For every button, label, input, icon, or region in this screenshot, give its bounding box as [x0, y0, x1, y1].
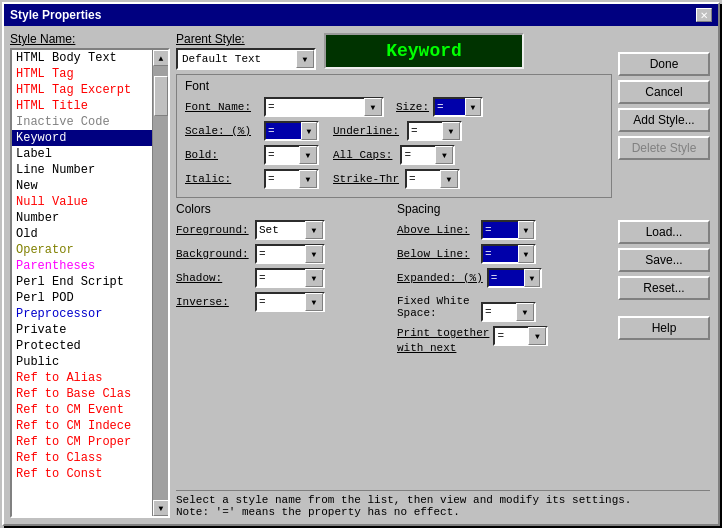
- done-button[interactable]: Done: [618, 52, 710, 76]
- style-list-item[interactable]: Private: [12, 322, 152, 338]
- close-button[interactable]: ✕: [696, 8, 712, 22]
- style-list-item[interactable]: Number: [12, 210, 152, 226]
- help-button[interactable]: Help: [618, 316, 710, 340]
- bold-arrow[interactable]: ▼: [299, 146, 317, 164]
- parent-style-arrow[interactable]: ▼: [296, 50, 314, 68]
- above-line-dropdown[interactable]: = ▼: [481, 220, 536, 240]
- shadow-dropdown[interactable]: = ▼: [255, 268, 325, 288]
- above-line-label: Above Line:: [397, 224, 477, 236]
- bold-dropdown[interactable]: = ▼: [264, 145, 319, 165]
- print-together-label: Print togetherwith next: [397, 326, 489, 357]
- colors-section: Colors Foreground: Set ▼ Background: =: [176, 202, 391, 484]
- style-list-item[interactable]: HTML Body Text: [12, 50, 152, 66]
- shadow-value: =: [257, 272, 305, 284]
- style-list-item[interactable]: Ref to Base Clas: [12, 386, 152, 402]
- strikethrough-arrow[interactable]: ▼: [440, 170, 458, 188]
- shadow-row: Shadow: = ▼: [176, 268, 391, 288]
- expanded-dropdown[interactable]: = ▼: [487, 268, 542, 288]
- parent-style-label: Parent Style:: [176, 32, 316, 46]
- foreground-row: Foreground: Set ▼: [176, 220, 391, 240]
- style-list-item[interactable]: Ref to CM Proper: [12, 434, 152, 450]
- scrollbar-thumb[interactable]: [154, 76, 168, 116]
- inverse-value: =: [257, 296, 305, 308]
- inverse-label: Inverse:: [176, 296, 251, 308]
- scroll-up-button[interactable]: ▲: [153, 50, 169, 66]
- style-list-item[interactable]: HTML Tag: [12, 66, 152, 82]
- style-list-item[interactable]: Ref to Alias: [12, 370, 152, 386]
- scale-dropdown[interactable]: = ▼: [264, 121, 319, 141]
- style-list-item[interactable]: Line Number: [12, 162, 152, 178]
- below-line-arrow[interactable]: ▼: [518, 245, 534, 263]
- background-dropdown[interactable]: = ▼: [255, 244, 325, 264]
- style-list-item[interactable]: Keyword: [12, 130, 152, 146]
- fixed-white-arrow[interactable]: ▼: [516, 303, 534, 321]
- allcaps-arrow[interactable]: ▼: [435, 146, 453, 164]
- font-size-value: =: [435, 101, 465, 113]
- font-name-dropdown[interactable]: = ▼: [264, 97, 384, 117]
- add-style-button[interactable]: Add Style...: [618, 108, 710, 132]
- style-list-item[interactable]: HTML Tag Excerpt: [12, 82, 152, 98]
- style-list-item[interactable]: Null Value: [12, 194, 152, 210]
- foreground-dropdown[interactable]: Set ▼: [255, 220, 325, 240]
- bold-row: Bold: = ▼ All Caps: = ▼: [185, 145, 603, 165]
- italic-dropdown[interactable]: = ▼: [264, 169, 319, 189]
- foreground-arrow[interactable]: ▼: [305, 221, 323, 239]
- style-list-item[interactable]: Ref to Const: [12, 466, 152, 482]
- font-size-arrow[interactable]: ▼: [465, 98, 481, 116]
- underline-arrow[interactable]: ▼: [442, 122, 460, 140]
- style-list-item[interactable]: Perl POD: [12, 290, 152, 306]
- inverse-row: Inverse: = ▼: [176, 292, 391, 312]
- font-name-arrow[interactable]: ▼: [364, 98, 382, 116]
- fixed-white-dropdown[interactable]: = ▼: [481, 302, 536, 322]
- style-list-item[interactable]: Parentheses: [12, 258, 152, 274]
- italic-value: =: [266, 173, 299, 185]
- fixed-white-value: =: [483, 306, 516, 318]
- spacing-label: Spacing: [397, 202, 612, 216]
- style-list[interactable]: HTML Body TextHTML TagHTML Tag ExcerptHT…: [12, 50, 152, 516]
- scale-arrow[interactable]: ▼: [301, 122, 317, 140]
- style-list-container: HTML Body TextHTML TagHTML Tag ExcerptHT…: [10, 48, 170, 518]
- style-list-item[interactable]: Ref to Class: [12, 450, 152, 466]
- shadow-arrow[interactable]: ▼: [305, 269, 323, 287]
- style-list-item[interactable]: Ref to CM Indece: [12, 418, 152, 434]
- style-list-item[interactable]: Public: [12, 354, 152, 370]
- style-list-item[interactable]: Perl End Script: [12, 274, 152, 290]
- style-list-item[interactable]: Operator: [12, 242, 152, 258]
- italic-arrow[interactable]: ▼: [299, 170, 317, 188]
- print-together-arrow[interactable]: ▼: [528, 327, 546, 345]
- allcaps-dropdown[interactable]: = ▼: [400, 145, 455, 165]
- strikethrough-dropdown[interactable]: = ▼: [405, 169, 460, 189]
- parent-style-value: Default Text: [178, 53, 296, 65]
- below-line-value: =: [483, 248, 518, 260]
- style-list-item[interactable]: Inactive Code: [12, 114, 152, 130]
- style-list-item[interactable]: Ref to CM Event: [12, 402, 152, 418]
- above-line-arrow[interactable]: ▼: [518, 221, 534, 239]
- keyword-preview: Keyword: [324, 33, 524, 69]
- style-list-item[interactable]: Protected: [12, 338, 152, 354]
- background-arrow[interactable]: ▼: [305, 245, 323, 263]
- font-section-label: Font: [185, 79, 603, 93]
- print-together-row: Print togetherwith next = ▼: [397, 326, 612, 357]
- allcaps-value: =: [402, 149, 435, 161]
- reset-button[interactable]: Reset...: [618, 276, 710, 300]
- expanded-arrow[interactable]: ▼: [524, 269, 540, 287]
- print-together-dropdown[interactable]: = ▼: [493, 326, 548, 346]
- load-button[interactable]: Load...: [618, 220, 710, 244]
- below-line-dropdown[interactable]: = ▼: [481, 244, 536, 264]
- style-list-item[interactable]: Old: [12, 226, 152, 242]
- style-list-item[interactable]: Preprocessor: [12, 306, 152, 322]
- inverse-arrow[interactable]: ▼: [305, 293, 323, 311]
- underline-dropdown[interactable]: = ▼: [407, 121, 462, 141]
- delete-style-button[interactable]: Delete Style: [618, 136, 710, 160]
- save-button[interactable]: Save...: [618, 248, 710, 272]
- font-size-dropdown[interactable]: = ▼: [433, 97, 483, 117]
- style-list-item[interactable]: Label: [12, 146, 152, 162]
- cancel-button[interactable]: Cancel: [618, 80, 710, 104]
- inverse-dropdown[interactable]: = ▼: [255, 292, 325, 312]
- scroll-down-button[interactable]: ▼: [153, 500, 169, 516]
- parent-style-dropdown[interactable]: Default Text ▼: [176, 48, 316, 70]
- bold-value: =: [266, 149, 299, 161]
- scale-row: Scale: (%) = ▼ Underline: = ▼: [185, 121, 603, 141]
- style-list-item[interactable]: HTML Title: [12, 98, 152, 114]
- style-list-item[interactable]: New: [12, 178, 152, 194]
